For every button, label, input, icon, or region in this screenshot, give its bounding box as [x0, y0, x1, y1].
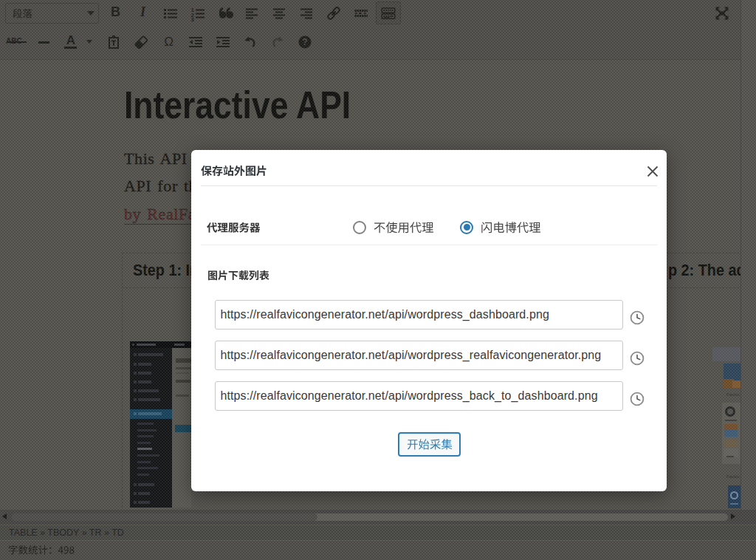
svg-text:3: 3	[191, 16, 195, 22]
svg-text:?: ?	[302, 37, 307, 47]
